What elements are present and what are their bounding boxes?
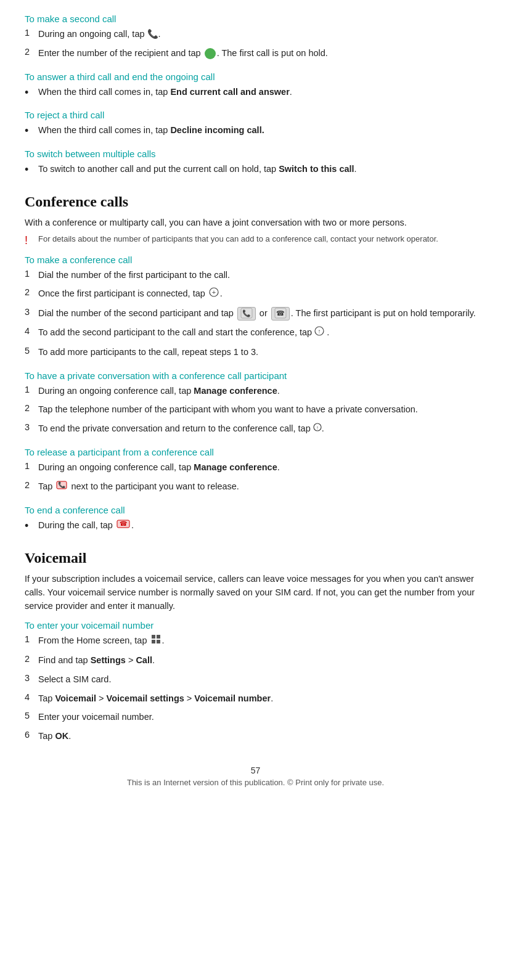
section-make-second-call: To make a second call 1 During an ongoin…	[25, 14, 486, 64]
section-private-conversation: To have a private conversation with a co…	[25, 370, 486, 440]
step-3-conf: 3 Dial the number of the second particip…	[25, 307, 486, 324]
step-2-conf: 2 Once the first participant is connecte…	[25, 287, 486, 305]
step-1-voicemail: 1 From the Home screen, tap .	[25, 634, 486, 652]
warning-icon: !	[25, 234, 38, 247]
svg-text:☎: ☎	[276, 309, 285, 317]
section-switch-multiple: To switch between multiple calls • To sw…	[25, 149, 486, 180]
heading-enter-voicemail: To enter your voicemail number	[25, 620, 486, 631]
step-2-release: 2 Tap 📞 next to the participant you want…	[25, 480, 486, 497]
page-footer: 57 This is an Internet version of this p…	[25, 766, 486, 787]
call-icon-box1: 📞	[237, 307, 256, 321]
section-make-conference: To make a conference call 1 Dial the num…	[25, 255, 486, 363]
voicemail-body1: If your subscription includes a voicemai…	[25, 573, 486, 613]
step-2-voicemail: 2 Find and tap Settings > Call.	[25, 654, 486, 671]
bullet-reject-third: • When the third call comes in, tap Decl…	[25, 124, 486, 141]
end-call-icon: ☎	[117, 519, 130, 533]
step-1-private: 1 During an ongoing conference call, tap…	[25, 385, 486, 402]
add-call-icon: +	[209, 287, 219, 301]
svg-text:+: +	[212, 288, 216, 296]
release-icon: 📞	[56, 480, 67, 494]
bullet-answer-third-end: • When the third call comes in, tap End …	[25, 86, 486, 103]
heading-release-participant: To release a participant from a conferen…	[25, 447, 486, 457]
step-3-voicemail: 3 Select a SIM card.	[25, 673, 486, 690]
section-enter-voicemail: To enter your voicemail number 1 From th…	[25, 620, 486, 747]
svg-rect-17	[157, 640, 160, 643]
svg-text:↑: ↑	[316, 425, 319, 431]
step-3-private: 3 To end the private conversation and re…	[25, 422, 486, 439]
conference-note: ! For details about the number of partic…	[25, 234, 486, 247]
step-6-voicemail: 6 Tap OK.	[25, 730, 486, 747]
grid-icon	[151, 634, 161, 648]
bullet-end-conference: • During the call, tap ☎ .	[25, 519, 486, 536]
conference-note-text: For details about the number of particip…	[38, 234, 438, 245]
green-call-icon	[205, 48, 216, 59]
step-2-make-second: 2 Enter the number of the recipient and …	[25, 47, 486, 64]
page-number: 57	[25, 766, 486, 775]
step-4-conf: 4 To add the second participant to the c…	[25, 326, 486, 344]
step-5-conf: 5 To add more participants to the call, …	[25, 346, 486, 363]
svg-rect-16	[152, 640, 155, 643]
heading-make-second-call: To make a second call	[25, 14, 486, 24]
svg-text:☎: ☎	[120, 520, 127, 527]
main-heading-conference: Conference calls	[25, 194, 486, 210]
step-1-make-second: 1 During an ongoing call, tap 📞.	[25, 28, 486, 45]
merge-icon: ↑	[314, 326, 324, 340]
bullet-switch-multiple: • To switch to another call and put the …	[25, 163, 486, 180]
footer-disclaimer: This is an Internet version of this publ…	[25, 778, 486, 787]
main-heading-voicemail: Voicemail	[25, 550, 486, 566]
heading-private-conversation: To have a private conversation with a co…	[25, 370, 486, 381]
heading-answer-third-end: To answer a third call and end the ongoi…	[25, 71, 486, 82]
step-4-voicemail: 4 Tap Voicemail > Voicemail settings > V…	[25, 692, 486, 709]
svg-text:📞: 📞	[58, 481, 66, 489]
heading-reject-third: To reject a third call	[25, 110, 486, 120]
step-1-conf: 1 Dial the number of the first participa…	[25, 269, 486, 286]
svg-text:↑: ↑	[318, 328, 321, 335]
heading-switch-multiple: To switch between multiple calls	[25, 149, 486, 159]
step-1-release: 1 During an ongoing conference call, tap…	[25, 461, 486, 478]
section-release-participant: To release a participant from a conferen…	[25, 447, 486, 497]
svg-text:📞: 📞	[242, 309, 251, 317]
heading-end-conference: To end a conference call	[25, 505, 486, 515]
conference-body1: With a conference or multiparty call, yo…	[25, 216, 486, 230]
svg-rect-15	[157, 635, 160, 639]
section-end-conference: To end a conference call • During the ca…	[25, 505, 486, 536]
phone-icon: 📞	[147, 29, 158, 39]
section-reject-third: To reject a third call • When the third …	[25, 110, 486, 141]
svg-rect-14	[152, 635, 155, 639]
call-icon-box2: ☎	[271, 307, 290, 321]
section-answer-third-end: To answer a third call and end the ongoi…	[25, 71, 486, 103]
heading-make-conference: To make a conference call	[25, 255, 486, 265]
step-2-private: 2 Tap the telephone number of the partic…	[25, 403, 486, 420]
section-conference-calls: Conference calls With a conference or mu…	[25, 194, 486, 247]
section-voicemail: Voicemail If your subscription includes …	[25, 550, 486, 613]
step-5-voicemail: 5 Enter your voicemail number.	[25, 711, 486, 728]
merge-back-icon: ↑	[313, 422, 322, 436]
